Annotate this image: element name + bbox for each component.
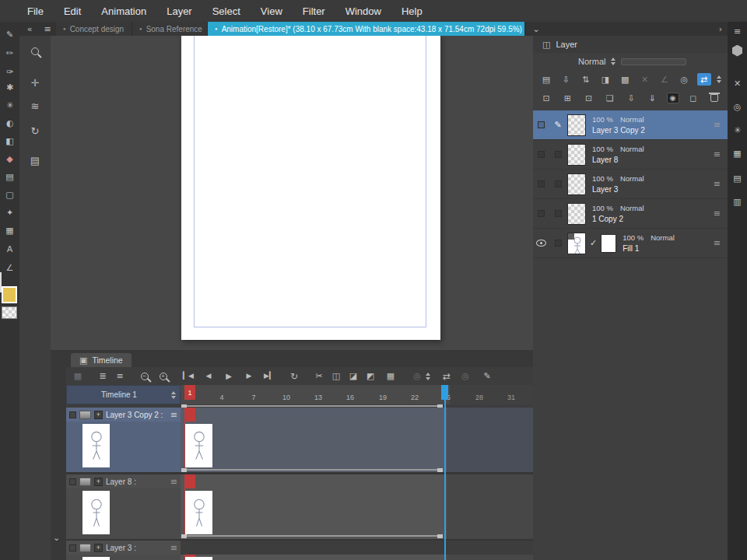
skip-start-icon[interactable]: ▎◀	[181, 370, 195, 383]
lock-layer-icon[interactable]: ▩	[618, 73, 632, 86]
playhead[interactable]: 1	[184, 385, 195, 400]
airbrush-tool-icon[interactable]: ✱	[0, 81, 19, 93]
layer-thumbnail[interactable]	[567, 114, 586, 136]
layer-menu-icon[interactable]: ≡	[714, 239, 721, 247]
canvas-page[interactable]	[181, 36, 440, 340]
transfer-down-icon[interactable]: ⇩	[624, 92, 638, 104]
onion-stepper[interactable]	[426, 373, 430, 380]
tab-overflow-icon[interactable]: ⌄	[528, 22, 544, 36]
track-menu-icon[interactable]: ≡	[170, 411, 177, 419]
timeline-selector[interactable]: Timeline 1	[66, 385, 181, 404]
frame-border-tool-icon[interactable]: ▦	[0, 224, 19, 236]
track-menu-icon[interactable]: ≡	[170, 478, 177, 486]
ruler-tool-icon[interactable]: ∠	[0, 261, 19, 274]
track-thumb-area[interactable]	[66, 488, 181, 539]
quick-access-hexagon-icon[interactable]	[728, 44, 747, 58]
blend-mode-stepper[interactable]	[611, 58, 615, 65]
selection-tool-icon[interactable]: ▢	[0, 188, 19, 201]
track-checkbox[interactable]	[69, 411, 76, 418]
layer-thumbnail[interactable]	[567, 203, 586, 225]
tab-concept-design[interactable]: ● Concept design	[56, 22, 132, 36]
clip-duration-bar[interactable]	[181, 534, 443, 538]
select-checkbox[interactable]	[555, 240, 562, 247]
paste-frame-icon[interactable]: ◪	[346, 370, 360, 383]
menu-window[interactable]: Window	[335, 5, 391, 17]
text-tool-icon[interactable]: A	[0, 243, 19, 255]
menu-animation[interactable]: Animation	[91, 5, 156, 17]
layer-toolbar-stepper[interactable]	[717, 75, 721, 83]
onion-skin-icon[interactable]: ◎	[410, 370, 424, 383]
main-color-swatch[interactable]	[2, 286, 17, 303]
layer-swap-button[interactable]: ⇄	[697, 73, 711, 86]
frame-ruler[interactable]: 4 7 10 13 16 19 22 25 28 31	[181, 385, 533, 404]
prev-frame-icon[interactable]: ◀	[202, 370, 216, 383]
zoom-out-icon[interactable]: −	[138, 370, 152, 383]
zoom-tool-icon[interactable]	[19, 44, 51, 59]
layer-row[interactable]: 100 %Normal 1 Copy 2 ≡	[533, 199, 728, 229]
target-palette-icon[interactable]: ◎	[728, 100, 747, 114]
timeline-selector-stepper[interactable]	[171, 391, 176, 399]
play-icon[interactable]: ▶	[222, 370, 236, 383]
fill-tool-icon[interactable]: ◧	[0, 135, 19, 147]
track-menu-icon[interactable]: ≡	[170, 544, 177, 552]
frame-thumbnail[interactable]	[185, 557, 212, 560]
clip-end-handle[interactable]	[437, 534, 443, 538]
visibility-checkbox[interactable]	[538, 121, 545, 128]
layer-thumbnail[interactable]	[567, 173, 586, 195]
expand-track-button[interactable]: +	[94, 544, 103, 552]
grid-palette-icon[interactable]: ▦	[728, 146, 747, 160]
reorder-icon[interactable]: ⇅	[579, 73, 593, 86]
lock-transparent-icon[interactable]: ✕	[638, 73, 652, 86]
opacity-slider[interactable]	[621, 58, 686, 65]
blend-mode-select[interactable]: Normal	[578, 57, 605, 66]
eraser-tool-icon[interactable]: ◆	[0, 152, 19, 165]
layer-menu-icon[interactable]: ≡	[714, 121, 721, 129]
delete-layer-button[interactable]	[707, 92, 721, 104]
material-palette-icon[interactable]: ▤	[728, 171, 747, 185]
track-thumb-area[interactable]	[66, 422, 181, 472]
blend-tool-icon[interactable]: ◐	[0, 117, 19, 129]
pan-tool-icon[interactable]: ✛	[19, 75, 51, 90]
layer-mask-dark-button[interactable]: ◉	[667, 93, 679, 103]
layer-mask-icon[interactable]: ◻	[686, 92, 700, 104]
loop-icon[interactable]: ↻	[287, 370, 301, 383]
tab-animation-active[interactable]: ● Animation[Restore]* (38.10 x 67.73cm W…	[208, 22, 525, 36]
transparent-color-swatch[interactable]	[2, 306, 17, 319]
canvas-area[interactable]	[51, 36, 533, 350]
new-layer-icon[interactable]: ⊞	[560, 92, 574, 104]
close-palette-icon[interactable]: ✕	[728, 76, 747, 90]
layer-menu-icon[interactable]: ≡	[714, 150, 721, 159]
layer-row[interactable]: ✎ 100 %Normal Layer 3 Copy 2 ≡	[533, 110, 728, 140]
track-thumb-area[interactable]	[66, 555, 181, 560]
mask-disable-icon[interactable]: ∠	[658, 73, 672, 86]
cel-thumbnail[interactable]	[82, 424, 110, 467]
menu-filter[interactable]: Filter	[293, 5, 335, 17]
menu-help[interactable]: Help	[391, 5, 433, 17]
pencil-tool-icon[interactable]: ✏	[0, 47, 19, 59]
dock-next-icon[interactable]: ›	[714, 22, 728, 36]
track-list-icon[interactable]: ≣	[96, 370, 110, 383]
brush-tool-icon[interactable]: ✑	[0, 65, 19, 78]
select-checkbox[interactable]	[555, 151, 562, 158]
layer-menu-icon[interactable]: ≡	[714, 209, 721, 218]
eye-icon[interactable]	[536, 240, 546, 247]
rotate-tool-icon[interactable]: ↻	[19, 123, 51, 138]
skip-end-icon[interactable]: ▶▎	[262, 370, 276, 383]
track-frames[interactable]	[181, 474, 533, 539]
clip-to-layer-icon[interactable]: ⇩	[559, 73, 573, 86]
track-checkbox[interactable]	[69, 478, 76, 485]
menu-edit[interactable]: Edit	[54, 5, 91, 17]
track-row-label[interactable]: + Layer 8 : ≡	[66, 474, 181, 488]
track-frames[interactable]	[181, 408, 533, 472]
wand-tool-icon[interactable]: ✦	[0, 206, 19, 219]
cel-thumbnail[interactable]	[82, 491, 110, 534]
next-frame-icon[interactable]: ▶	[242, 370, 256, 383]
select-checkbox[interactable]	[555, 180, 562, 187]
zoom-in-icon[interactable]: +	[156, 370, 170, 383]
frame-thumbnail[interactable]	[185, 491, 212, 534]
cel-thumbnail[interactable]	[82, 557, 110, 560]
timeline-tab[interactable]: ▣ Timeline	[71, 353, 132, 367]
visibility-checkbox[interactable]	[538, 151, 545, 158]
mask-thumbnail[interactable]	[601, 234, 616, 253]
playback-end-marker[interactable]	[441, 385, 448, 400]
